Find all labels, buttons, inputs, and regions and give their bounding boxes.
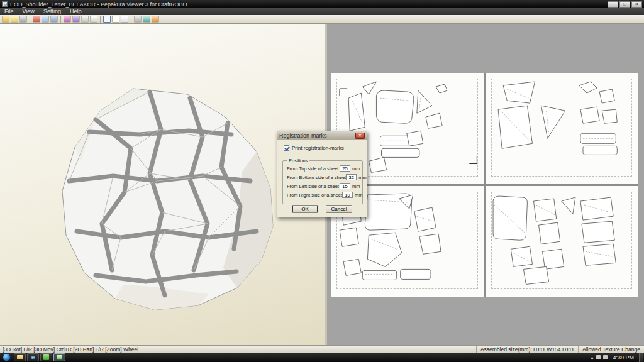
toolbar-separator — [30, 16, 30, 23]
left-margin-input[interactable] — [340, 183, 350, 189]
start-button[interactable] — [3, 353, 11, 361]
toolbar-separator — [100, 16, 101, 23]
pattern-page-4 — [486, 186, 638, 297]
palette-icon[interactable] — [72, 16, 80, 23]
view-3d-icon[interactable] — [81, 16, 89, 23]
registration-mark — [469, 156, 477, 163]
right-margin-input[interactable] — [342, 192, 353, 198]
title-bar: EOD_Shoulder_Letter_BELAKOR - Pepakura V… — [0, 0, 644, 8]
status-bar: [3D Rot] L/R [3D Mov] Ctrl+R [2D Pan] L/… — [0, 345, 644, 353]
settings-icon[interactable] — [33, 16, 40, 23]
volume-icon[interactable] — [603, 355, 608, 359]
field-label-right: From Right side of a sheet — [287, 192, 342, 198]
positions-group-label: Positions — [287, 158, 309, 163]
window-title: EOD_Shoulder_Letter_BELAKOR - Pepakura V… — [10, 1, 187, 8]
pattern-pieces — [486, 186, 638, 297]
taskbar-item-internet-explorer[interactable]: e — [27, 353, 39, 361]
menu-help[interactable]: Help — [65, 8, 86, 15]
unit-label: mm — [358, 175, 366, 180]
registration-mark — [340, 89, 347, 96]
ok-button[interactable]: OK — [292, 205, 318, 213]
menu-bar: File View Setting Help — [0, 8, 644, 15]
toolbar-separator — [60, 16, 61, 23]
field-label-bottom: From Bottom side of a sheet — [287, 175, 346, 180]
top-margin-input[interactable] — [340, 165, 350, 172]
status-hint: [3D Rot] L/R [3D Mov] Ctrl+R [2D Pan] L/… — [0, 346, 476, 353]
checkbox-label: Print registration-marks — [292, 145, 344, 151]
toolbar-separator — [131, 16, 131, 23]
texture-icon[interactable] — [64, 16, 71, 23]
windows-taskbar: e ▲ 4:39 PM — [0, 353, 644, 362]
pepakura-icon — [57, 354, 62, 360]
field-label-top: From Top side of a sheet — [287, 166, 340, 172]
dialog-title: Registration-marks — [279, 133, 327, 139]
clock[interactable]: 4:39 PM — [610, 354, 636, 361]
status-assembled-size: Assembled size(mm): H111 W154 D111 — [476, 346, 578, 353]
internet-explorer-icon: e — [31, 354, 35, 361]
positions-group: Positions From Top side of a sheet mm Fr… — [282, 160, 363, 204]
dialog-title-bar[interactable]: Registration-marks ✕ — [277, 131, 367, 140]
show-desktop-button[interactable] — [639, 353, 643, 362]
zoom-icon[interactable] — [103, 16, 111, 23]
import-icon[interactable] — [11, 16, 18, 23]
pattern-sheet — [331, 73, 638, 297]
viewport-2d[interactable] — [327, 24, 644, 345]
maximize-button[interactable]: □ — [619, 1, 630, 8]
unit-label: mm — [355, 192, 362, 198]
measure-icon[interactable] — [143, 16, 150, 23]
pepakura-viewer-window: EOD_Shoulder_Letter_BELAKOR - Pepakura V… — [0, 0, 644, 362]
taskbar-item-pepakura[interactable] — [53, 353, 65, 361]
pattern-pieces — [486, 73, 638, 184]
dialog-close-icon[interactable]: ✕ — [355, 133, 365, 139]
window-box-icon[interactable] — [121, 16, 128, 23]
system-tray: ▲ 4:39 PM — [591, 353, 644, 362]
app-icon — [2, 1, 8, 7]
copy-icon[interactable] — [42, 16, 49, 23]
minimize-button[interactable]: ─ — [608, 1, 618, 8]
close-button[interactable]: ✕ — [631, 1, 642, 8]
folder-icon — [17, 355, 23, 359]
network-icon[interactable] — [596, 355, 601, 359]
fit-view-icon[interactable] — [112, 16, 119, 23]
print-icon[interactable] — [19, 16, 27, 23]
select-cursor-icon[interactable] — [134, 16, 142, 23]
field-label-left: From Left side of a sheet — [287, 184, 340, 189]
pen-icon[interactable] — [152, 16, 159, 23]
taskbar-item-explorer[interactable] — [14, 353, 26, 361]
print-registration-marks-checkbox[interactable] — [284, 145, 289, 151]
unit-label: mm — [352, 184, 360, 189]
cancel-button[interactable]: Cancel — [326, 205, 352, 213]
export-icon[interactable] — [50, 16, 58, 23]
view-2d-icon[interactable] — [90, 16, 97, 23]
tray-expand-icon[interactable]: ▲ — [591, 356, 594, 359]
taskbar-item-media-app[interactable] — [40, 353, 52, 361]
open-icon[interactable] — [2, 16, 9, 23]
menu-file[interactable]: File — [0, 8, 18, 15]
status-texture: Allowed Texture Change — [578, 346, 644, 353]
bottom-margin-input[interactable] — [346, 174, 357, 180]
toolbar — [0, 15, 644, 24]
menu-view[interactable]: View — [18, 8, 39, 15]
unit-label: mm — [352, 166, 360, 172]
menu-setting[interactable]: Setting — [39, 8, 65, 15]
registration-marks-dialog: Registration-marks ✕ Print registration-… — [277, 131, 367, 217]
media-app-icon — [43, 354, 49, 360]
pattern-page-2 — [486, 73, 638, 184]
